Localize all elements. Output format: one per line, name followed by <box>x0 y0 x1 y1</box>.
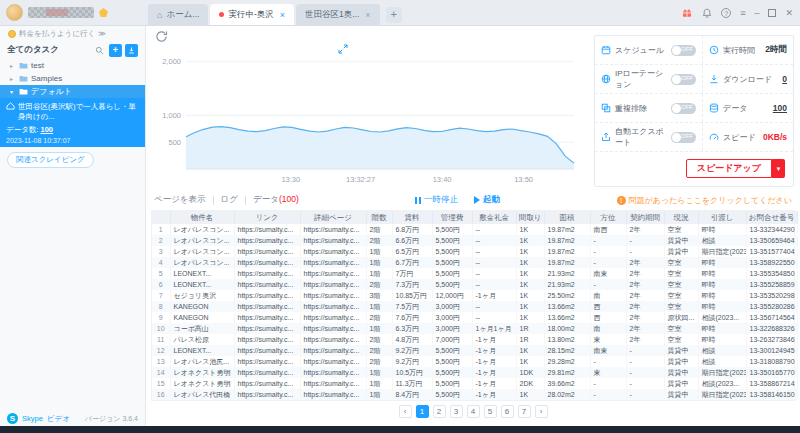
task-data-count[interactable]: 100 <box>41 125 54 134</box>
tab-task-2[interactable]: 世田谷区1奥... × <box>296 4 380 25</box>
cell-link[interactable]: https://sumaity.c... <box>234 290 300 301</box>
table-row[interactable]: 5LEONEXT...https://sumaity.c...https://s… <box>152 268 797 279</box>
table-row[interactable]: 11パレス松原https://sumaity.c...https://sumai… <box>152 334 797 345</box>
table-row[interactable]: 12LEONEXT...https://sumaity.c...https://… <box>152 345 797 356</box>
show-page-link[interactable]: ページを表示 <box>154 194 206 206</box>
cell-link[interactable]: https://sumaity.c... <box>234 378 300 389</box>
cell-detail-page[interactable]: https://sumaity.c... <box>300 345 366 356</box>
auto-export-toggle[interactable]: OFF <box>671 132 696 143</box>
data-tab-link[interactable]: データ(100) <box>253 194 299 206</box>
cell-detail-page[interactable]: https://sumaity.c... <box>300 323 366 334</box>
search-tasks-button[interactable] <box>93 44 106 57</box>
dedup-toggle[interactable]: OFF <box>671 103 696 114</box>
table-row[interactable]: 13レオパレス池尻...https://sumaity.c...https://… <box>152 356 797 367</box>
pause-button[interactable]: 一時停止 <box>415 194 458 206</box>
cell-link[interactable]: https://sumaity.c... <box>234 367 300 378</box>
cell-link[interactable]: https://sumaity.c... <box>234 345 300 356</box>
import-task-button[interactable] <box>125 44 138 57</box>
cell-detail-page[interactable]: https://sumaity.c... <box>300 301 366 312</box>
minimize-icon[interactable]: – <box>754 8 759 18</box>
cell-detail-page[interactable]: https://sumaity.c... <box>300 389 366 400</box>
cell-detail-page[interactable]: https://sumaity.c... <box>300 279 366 290</box>
new-tab-button[interactable]: + <box>386 7 402 23</box>
page-button-7[interactable]: 7 <box>518 405 531 418</box>
table-row[interactable]: 15レオネクスト勇明https://sumaity.c...https://su… <box>152 378 797 389</box>
cell-link[interactable]: https://sumaity.c... <box>234 257 300 268</box>
table-row[interactable]: 10コーポ高山https://sumaity.c...https://sumai… <box>152 323 797 334</box>
cell-detail-page[interactable]: https://sumaity.c... <box>300 312 366 323</box>
gift-icon[interactable] <box>681 8 692 19</box>
cell-link[interactable]: https://sumaity.c... <box>234 312 300 323</box>
tree-item-samples[interactable]: ▸ Samples <box>0 72 145 85</box>
close-tab-icon[interactable]: × <box>280 10 285 20</box>
cell-detail-page[interactable]: https://sumaity.c... <box>300 367 366 378</box>
page-button-1[interactable]: 1 <box>416 405 429 418</box>
cell-link[interactable]: https://sumaity.c... <box>234 323 300 334</box>
cell-detail-page[interactable]: https://sumaity.c... <box>300 224 366 235</box>
tab-home[interactable]: ⌂ ホーム... <box>148 4 208 25</box>
tree-item-default[interactable]: ▾ デフォルト <box>0 85 145 98</box>
table-row[interactable]: 9KANEGONhttps://sumaity.c...https://suma… <box>152 312 797 323</box>
table-row[interactable]: 14レオネクスト勇明https://sumaity.c...https://su… <box>152 367 797 378</box>
start-button[interactable]: 起動 <box>474 194 500 206</box>
schedule-toggle[interactable]: OFF <box>671 45 696 56</box>
page-button-4[interactable]: 4 <box>467 405 480 418</box>
tab-running-task[interactable]: 実行中-奥沢 × <box>210 4 294 25</box>
table-row[interactable]: 4レオパレスコン...https://sumaity.c...https://s… <box>152 257 797 268</box>
task-card[interactable]: 世田谷区(奥沢駅)で一人暮らし・単身向けの... データ数: 100 2023-… <box>0 98 145 147</box>
skype-icon[interactable]: S <box>7 413 18 424</box>
table-row[interactable]: 7セジョリ奥沢https://sumaity.c...https://sumai… <box>152 290 797 301</box>
close-tab-icon[interactable]: × <box>365 10 370 20</box>
page-button-5[interactable]: 5 <box>484 405 497 418</box>
page-button-3[interactable]: 3 <box>450 405 463 418</box>
cell-link[interactable]: https://sumaity.c... <box>234 389 300 400</box>
expand-chart-icon[interactable] <box>338 44 348 54</box>
table-row[interactable]: 8KANEGONhttps://sumaity.c...https://suma… <box>152 301 797 312</box>
new-task-button[interactable]: + <box>109 44 122 57</box>
data-value[interactable]: 100 <box>773 103 787 113</box>
cell-link[interactable]: https://sumaity.c... <box>234 224 300 235</box>
speed-up-button[interactable]: スピードアップ <box>686 159 772 178</box>
speed-up-caret-icon[interactable]: ▼ <box>772 159 785 178</box>
cell-link[interactable]: https://sumaity.c... <box>234 246 300 257</box>
ip-rotation-toggle[interactable]: OFF <box>671 74 696 85</box>
user-avatar[interactable] <box>6 4 23 21</box>
tree-item-test[interactable]: ▸ test <box>0 59 145 72</box>
cell-detail-page[interactable]: https://sumaity.c... <box>300 268 366 279</box>
issue-help-link[interactable]: ! 問題があったらここをクリックしてください <box>617 195 792 206</box>
close-icon[interactable]: ✕ <box>785 8 793 18</box>
page-next-button[interactable]: › <box>535 405 548 418</box>
cell-link[interactable]: https://sumaity.c... <box>234 334 300 345</box>
table-row[interactable]: 3レオパレスコン...https://sumaity.c...https://s… <box>152 246 797 257</box>
cell-link[interactable]: https://sumaity.c... <box>234 268 300 279</box>
page-prev-button[interactable]: ‹ <box>399 405 412 418</box>
chevron-collapsed-icon[interactable]: ▸ <box>10 62 16 69</box>
related-scraping-badge[interactable]: 関連スクレイピング <box>7 152 94 168</box>
cell-link[interactable]: https://sumaity.c... <box>234 356 300 367</box>
page-button-2[interactable]: 2 <box>433 405 446 418</box>
menu-icon[interactable]: ≡ <box>740 8 745 18</box>
cell-link[interactable]: https://sumaity.c... <box>234 301 300 312</box>
log-link[interactable]: ログ <box>221 194 238 206</box>
maximize-icon[interactable] <box>768 9 776 17</box>
cell-detail-page[interactable]: https://sumaity.c... <box>300 235 366 246</box>
cell-link[interactable]: https://sumaity.c... <box>234 279 300 290</box>
cell-detail-page[interactable]: https://sumaity.c... <box>300 334 366 345</box>
table-row[interactable]: 1レオパレスコン...https://sumaity.c...https://s… <box>152 224 797 235</box>
page-button-6[interactable]: 6 <box>501 405 514 418</box>
cell-link[interactable]: https://sumaity.c... <box>234 235 300 246</box>
cell-detail-page[interactable]: https://sumaity.c... <box>300 378 366 389</box>
table-row[interactable]: 2レオパレスコン...https://sumaity.c...https://s… <box>152 235 797 246</box>
chevron-collapsed-icon[interactable]: ▸ <box>10 75 16 82</box>
chevron-expanded-icon[interactable]: ▾ <box>10 88 16 95</box>
bell-icon[interactable] <box>701 8 712 19</box>
cell-detail-page[interactable]: https://sumaity.c... <box>300 257 366 268</box>
cell-detail-page[interactable]: https://sumaity.c... <box>300 290 366 301</box>
download-value[interactable]: 0 <box>782 74 787 84</box>
upgrade-link[interactable]: 料金を払うように行く ≫ <box>0 26 145 41</box>
table-row[interactable]: 6LEONEXT...https://sumaity.c...https://s… <box>152 279 797 290</box>
skype-link[interactable]: Skype <box>22 414 43 423</box>
video-link[interactable]: ビデオ <box>47 414 70 424</box>
cell-detail-page[interactable]: https://sumaity.c... <box>300 246 366 257</box>
help-icon[interactable]: ? <box>721 8 731 18</box>
